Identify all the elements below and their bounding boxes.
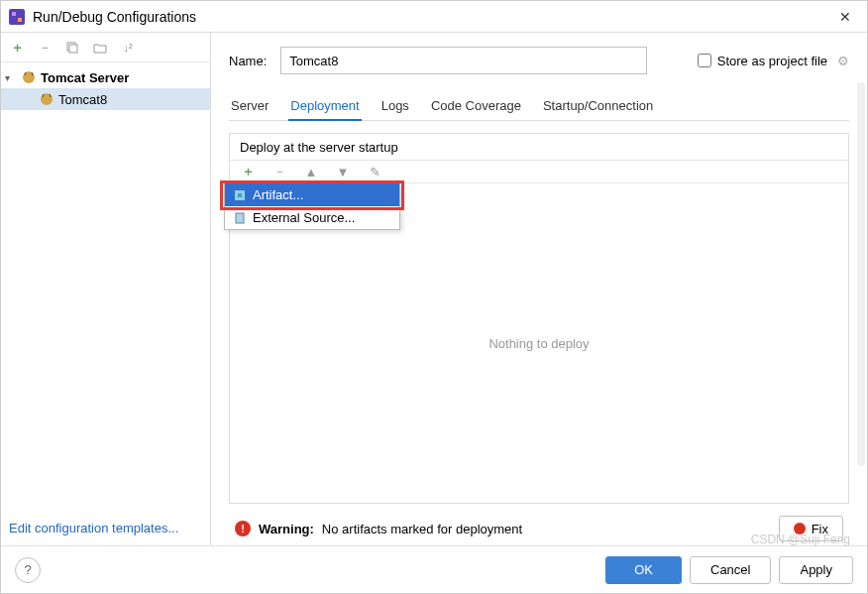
move-down-icon[interactable]: ▼ xyxy=(333,162,353,181)
store-label: Store as project file xyxy=(717,54,827,68)
add-config-icon[interactable]: ＋ xyxy=(7,38,27,58)
deploy-panel: Deploy at the server startup ＋ － ▲ ▼ ✎ A… xyxy=(229,133,849,504)
tabs: Server Deployment Logs Code Coverage Sta… xyxy=(229,92,849,121)
fix-label: Fix xyxy=(812,522,828,536)
warning-text: No artifacts marked for deployment xyxy=(322,522,522,536)
deploy-toolbar: ＋ － ▲ ▼ ✎ Artifact... External Source... xyxy=(230,160,848,183)
svg-rect-4 xyxy=(69,45,77,53)
svg-rect-0 xyxy=(9,9,25,25)
folder-icon[interactable] xyxy=(90,38,110,58)
svg-rect-1 xyxy=(12,12,16,16)
svg-rect-2 xyxy=(18,18,22,22)
svg-rect-8 xyxy=(238,193,242,197)
remove-deploy-icon[interactable]: － xyxy=(270,162,289,181)
sidebar: ＋ － ↓² ▾ Tomcat Server Tomcat8 Edit conf… xyxy=(1,33,211,545)
titlebar: Run/Debug Configurations ✕ xyxy=(1,1,867,33)
external-source-icon xyxy=(233,211,247,225)
svg-rect-9 xyxy=(236,213,244,223)
tab-startup-connection[interactable]: Startup/Connection xyxy=(541,92,655,121)
warning-label: Warning: xyxy=(259,522,314,536)
main-area: ＋ － ↓² ▾ Tomcat Server Tomcat8 Edit conf… xyxy=(1,33,867,545)
deploy-header: Deploy at the server startup xyxy=(230,134,848,160)
copy-config-icon[interactable] xyxy=(62,38,82,58)
bulb-icon xyxy=(794,523,806,535)
tree-tomcat8[interactable]: Tomcat8 xyxy=(1,88,210,110)
app-icon xyxy=(9,9,25,25)
add-deploy-popup: Artifact... External Source... xyxy=(224,182,400,230)
popup-item-external-source[interactable]: External Source... xyxy=(225,206,399,229)
config-tree: ▾ Tomcat Server Tomcat8 xyxy=(1,62,210,511)
chevron-down-icon: ▾ xyxy=(5,72,17,83)
remove-config-icon[interactable]: － xyxy=(35,38,54,58)
warning-bar: ! Warning: No artifacts marked for deplo… xyxy=(229,512,849,545)
tree-tomcat-server[interactable]: ▾ Tomcat Server xyxy=(1,66,210,88)
edit-templates-link[interactable]: Edit configuration templates... xyxy=(9,521,178,535)
popup-artifact-label: Artifact... xyxy=(253,187,303,202)
apply-button[interactable]: Apply xyxy=(779,556,853,584)
tomcat-icon xyxy=(21,69,37,85)
name-row: Name: Store as project file ⚙ xyxy=(229,47,849,74)
tree-parent-label: Tomcat Server xyxy=(41,70,129,85)
svg-point-6 xyxy=(41,93,53,105)
help-button[interactable]: ? xyxy=(15,557,41,583)
name-field[interactable] xyxy=(280,47,647,74)
move-up-icon[interactable]: ▲ xyxy=(301,162,321,181)
dialog-title: Run/Debug Configurations xyxy=(33,9,831,25)
cancel-button[interactable]: Cancel xyxy=(690,556,771,584)
edit-deploy-icon[interactable]: ✎ xyxy=(365,162,384,181)
ok-button[interactable]: OK xyxy=(605,556,682,584)
tab-server[interactable]: Server xyxy=(229,92,271,121)
close-icon[interactable]: ✕ xyxy=(831,3,859,31)
content-scrollbar[interactable] xyxy=(857,82,865,466)
deploy-body: Nothing to deploy xyxy=(230,183,848,503)
tree-child-label: Tomcat8 xyxy=(58,92,107,107)
sidebar-footer: Edit configuration templates... xyxy=(1,511,210,545)
bottom-bar: ? OK Cancel Apply xyxy=(1,545,867,593)
store-as-project-file[interactable]: Store as project file ⚙ xyxy=(698,54,849,68)
sort-icon[interactable]: ↓² xyxy=(118,38,138,58)
tomcat-icon xyxy=(39,91,54,107)
content-panel: Name: Store as project file ⚙ Server Dep… xyxy=(211,33,867,545)
fix-button[interactable]: Fix xyxy=(779,516,843,541)
popup-item-artifact[interactable]: Artifact... xyxy=(225,183,399,206)
tab-code-coverage[interactable]: Code Coverage xyxy=(429,92,523,121)
popup-external-label: External Source... xyxy=(253,210,355,225)
store-checkbox[interactable] xyxy=(698,54,711,67)
name-label: Name: xyxy=(229,54,267,68)
tab-logs[interactable]: Logs xyxy=(380,92,411,121)
deploy-placeholder: Nothing to deploy xyxy=(488,336,589,351)
sidebar-toolbar: ＋ － ↓² xyxy=(1,33,210,62)
gear-icon[interactable]: ⚙ xyxy=(837,54,849,68)
tab-deployment[interactable]: Deployment xyxy=(288,92,361,121)
svg-point-5 xyxy=(23,71,35,83)
warning-icon: ! xyxy=(235,521,251,536)
artifact-icon xyxy=(233,188,247,202)
add-deploy-icon[interactable]: ＋ xyxy=(238,162,258,181)
